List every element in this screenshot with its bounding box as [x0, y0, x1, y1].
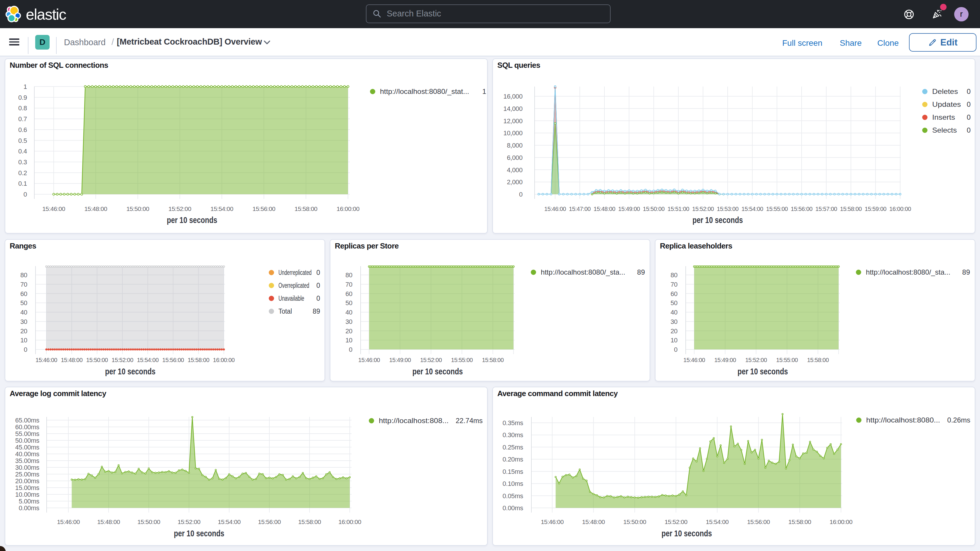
- svg-text:10.00ms: 10.00ms: [15, 491, 40, 498]
- svg-text:20: 20: [20, 327, 27, 335]
- svg-text:0.7: 0.7: [18, 115, 27, 123]
- svg-text:15:58:00: 15:58:00: [294, 205, 318, 212]
- svg-text:0.25ms: 0.25ms: [503, 444, 523, 451]
- svg-text:http://localhost:8080/_sta...: http://localhost:8080/_sta...: [866, 268, 950, 276]
- svg-text:10: 10: [20, 336, 27, 344]
- svg-text:70: 70: [670, 281, 678, 288]
- svg-text:10: 10: [345, 336, 352, 344]
- svg-text:30: 30: [20, 318, 27, 325]
- svg-text:15:58:00: 15:58:00: [788, 518, 811, 525]
- svg-text:15:48:00: 15:48:00: [97, 518, 120, 525]
- svg-text:0.05ms: 0.05ms: [503, 492, 523, 500]
- svg-text:http://localhost:808...: http://localhost:808...: [379, 417, 449, 425]
- svg-text:89: 89: [312, 307, 320, 315]
- svg-text:15:55:00: 15:55:00: [766, 205, 788, 212]
- svg-text:20: 20: [670, 327, 678, 335]
- svg-text:1: 1: [24, 83, 27, 90]
- svg-text:15:52:00: 15:52:00: [665, 518, 687, 525]
- svg-text:25.00ms: 25.00ms: [15, 471, 40, 478]
- svg-text:0.00ms: 0.00ms: [19, 504, 40, 512]
- svg-text:Updates: Updates: [932, 100, 961, 108]
- svg-text:http://localhost:8080/_sta...: http://localhost:8080/_sta...: [541, 268, 625, 276]
- svg-text:15:52:00: 15:52:00: [169, 205, 191, 212]
- svg-text:15:46:00: 15:46:00: [544, 205, 566, 212]
- svg-text:50: 50: [345, 299, 352, 307]
- svg-text:20: 20: [345, 327, 352, 335]
- svg-text:60.00ms: 60.00ms: [15, 424, 40, 431]
- svg-text:0: 0: [316, 282, 320, 289]
- svg-text:40.00ms: 40.00ms: [15, 451, 40, 458]
- svg-text:0: 0: [316, 269, 320, 276]
- svg-text:89: 89: [637, 268, 645, 276]
- svg-text:40: 40: [670, 309, 678, 316]
- svg-text:16:00:00: 16:00:00: [213, 357, 235, 363]
- svg-text:0: 0: [967, 126, 970, 134]
- svg-text:0.20ms: 0.20ms: [503, 455, 523, 463]
- svg-text:15:54:00: 15:54:00: [210, 205, 233, 212]
- svg-text:6,000: 6,000: [507, 154, 523, 161]
- svg-text:40: 40: [345, 309, 352, 316]
- svg-text:http://localhost:8080...: http://localhost:8080...: [866, 416, 940, 424]
- svg-text:0: 0: [24, 346, 27, 353]
- svg-text:16:00:00: 16:00:00: [337, 205, 360, 212]
- svg-text:15:56:00: 15:56:00: [258, 518, 281, 525]
- svg-text:per 10 seconds: per 10 seconds: [412, 366, 463, 376]
- svg-text:10: 10: [670, 336, 678, 344]
- svg-text:0.1: 0.1: [18, 180, 27, 187]
- svg-text:15:50:00: 15:50:00: [126, 205, 150, 212]
- svg-text:60: 60: [345, 290, 352, 298]
- svg-text:Total: Total: [278, 307, 292, 315]
- svg-text:0.2: 0.2: [18, 169, 27, 177]
- svg-text:15:48:00: 15:48:00: [84, 205, 107, 212]
- svg-text:16:00:00: 16:00:00: [338, 518, 361, 525]
- svg-text:15:49:00: 15:49:00: [389, 357, 411, 363]
- svg-text:35.00ms: 35.00ms: [15, 457, 40, 465]
- svg-text:15:51:00: 15:51:00: [668, 205, 689, 212]
- svg-text:70: 70: [20, 281, 27, 288]
- svg-text:0: 0: [674, 346, 678, 353]
- svg-text:70: 70: [345, 281, 352, 288]
- svg-text:15:55:00: 15:55:00: [451, 357, 473, 363]
- svg-text:Unavailable: Unavailable: [278, 295, 304, 302]
- svg-text:0: 0: [967, 88, 970, 96]
- svg-text:0: 0: [24, 191, 27, 198]
- svg-text:0.5: 0.5: [18, 137, 27, 144]
- svg-text:80: 80: [670, 271, 678, 279]
- svg-text:40: 40: [20, 309, 27, 316]
- svg-text:1: 1: [482, 88, 486, 96]
- svg-text:15:58:00: 15:58:00: [482, 357, 504, 363]
- svg-text:5.00ms: 5.00ms: [19, 498, 40, 505]
- svg-text:0.30ms: 0.30ms: [503, 431, 523, 439]
- svg-text:http://localhost:8080/_stat...: http://localhost:8080/_stat...: [380, 88, 469, 96]
- svg-text:22.74ms: 22.74ms: [456, 417, 483, 425]
- svg-text:Overreplicated: Overreplicated: [278, 282, 309, 289]
- svg-text:0: 0: [316, 295, 320, 302]
- svg-text:15:54:00: 15:54:00: [218, 518, 240, 525]
- svg-text:15:50:00: 15:50:00: [623, 518, 646, 525]
- svg-text:15:46:00: 15:46:00: [683, 357, 705, 363]
- svg-text:15:52:00: 15:52:00: [111, 357, 133, 363]
- svg-text:15:56:00: 15:56:00: [747, 518, 770, 525]
- svg-text:0: 0: [519, 191, 523, 198]
- svg-text:15:57:00: 15:57:00: [815, 205, 837, 212]
- svg-text:per 10 seconds: per 10 seconds: [692, 215, 743, 225]
- svg-text:0.3: 0.3: [18, 158, 27, 166]
- svg-text:15:58:00: 15:58:00: [807, 357, 829, 363]
- svg-text:15:52:00: 15:52:00: [745, 357, 767, 363]
- svg-text:per 10 seconds: per 10 seconds: [174, 529, 224, 538]
- svg-text:20.00ms: 20.00ms: [15, 477, 40, 485]
- svg-text:0.35ms: 0.35ms: [503, 419, 523, 427]
- svg-text:15:46:00: 15:46:00: [358, 357, 380, 363]
- svg-text:per 10 seconds: per 10 seconds: [105, 366, 156, 376]
- svg-text:15:55:00: 15:55:00: [776, 357, 798, 363]
- svg-text:0.26ms: 0.26ms: [947, 416, 970, 424]
- svg-text:15:53:00: 15:53:00: [717, 205, 738, 212]
- svg-text:2,000: 2,000: [507, 178, 523, 186]
- svg-text:80: 80: [20, 271, 27, 279]
- svg-text:15:50:00: 15:50:00: [137, 518, 160, 525]
- svg-text:15:54:00: 15:54:00: [706, 518, 729, 525]
- svg-text:Underreplicated: Underreplicated: [278, 269, 312, 276]
- svg-text:Selects: Selects: [932, 126, 957, 134]
- svg-text:60: 60: [670, 290, 678, 298]
- svg-text:89: 89: [962, 268, 970, 276]
